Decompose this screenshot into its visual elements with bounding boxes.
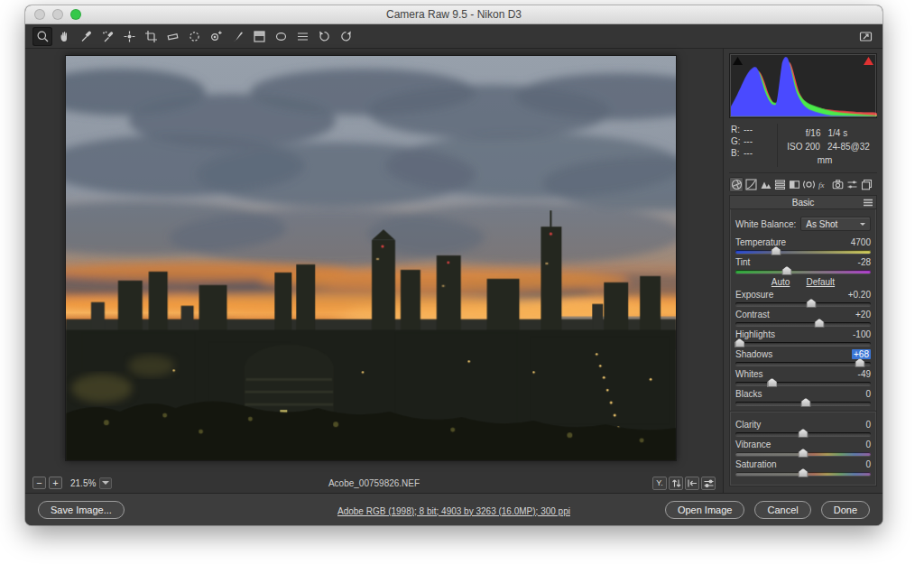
panel-menu-icon[interactable] bbox=[864, 199, 873, 208]
shadow-clipping-warning-icon[interactable] bbox=[732, 56, 744, 66]
histogram bbox=[729, 53, 877, 118]
crop-tool-icon[interactable] bbox=[141, 27, 161, 46]
slider-value[interactable]: -100 bbox=[853, 329, 871, 339]
open-image-button[interactable]: Open Image bbox=[665, 501, 745, 519]
bottom-bar: Save Image... Adobe RGB (1998); 8 bit; 4… bbox=[25, 493, 882, 525]
slider-value[interactable]: +0.20 bbox=[848, 290, 871, 300]
slider-group-divider bbox=[730, 411, 876, 412]
slider-label: Whites bbox=[735, 369, 763, 379]
exposure-readout: f/161/4 s ISO 20024-85@32 mm bbox=[778, 124, 875, 167]
copy-settings-button[interactable] bbox=[685, 477, 699, 490]
histogram-plot bbox=[731, 55, 877, 116]
tab-hsl-grayscale[interactable] bbox=[772, 177, 787, 192]
slider-track[interactable] bbox=[735, 322, 871, 326]
graduated-filter-tool-icon[interactable] bbox=[249, 27, 269, 46]
slider-clarity: Clarity 0 bbox=[735, 419, 871, 436]
panel-tabs: fx bbox=[729, 177, 877, 192]
cancel-button[interactable]: Cancel bbox=[754, 501, 810, 519]
slider-track[interactable] bbox=[735, 250, 871, 254]
slider-track[interactable] bbox=[735, 342, 871, 346]
slider-whites: Whites -49 bbox=[735, 368, 871, 385]
slider-track[interactable] bbox=[735, 452, 871, 456]
tab-basic[interactable] bbox=[729, 177, 744, 192]
slider-value[interactable]: 0 bbox=[865, 440, 871, 449]
slider-tint: Tint -28 bbox=[735, 256, 871, 273]
tab-tone-curve[interactable] bbox=[744, 177, 758, 192]
straighten-tool-icon[interactable] bbox=[162, 27, 182, 46]
adjustment-brush-tool-icon[interactable] bbox=[227, 27, 247, 46]
window-title: Camera Raw 9.5 - Nikon D3 bbox=[25, 8, 882, 21]
slider-track[interactable] bbox=[735, 472, 871, 476]
tab-split-toning[interactable] bbox=[787, 177, 801, 192]
camera-raw-window: Camera Raw 9.5 - Nikon D3 bbox=[25, 5, 882, 525]
slider-saturation: Saturation 0 bbox=[735, 458, 871, 476]
slider-label: Exposure bbox=[735, 290, 773, 300]
slider-shadows: Shadows +68 bbox=[735, 348, 871, 366]
slider-exposure: Exposure +0.20 bbox=[735, 289, 871, 306]
hand-tool-icon[interactable] bbox=[54, 27, 74, 46]
slider-track[interactable] bbox=[735, 302, 871, 306]
titlebar: Camera Raw 9.5 - Nikon D3 bbox=[25, 5, 882, 24]
slider-value[interactable]: +68 bbox=[852, 349, 871, 359]
image-canvas[interactable] bbox=[25, 49, 723, 473]
zoom-tool-icon[interactable] bbox=[32, 27, 52, 46]
tab-snapshots[interactable] bbox=[859, 177, 873, 192]
slider-track[interactable] bbox=[735, 402, 871, 405]
tab-detail[interactable] bbox=[758, 177, 772, 192]
color-sampler-tool-icon[interactable] bbox=[97, 27, 117, 46]
red-eye-tool-icon[interactable] bbox=[206, 27, 226, 46]
slider-label: Temperature bbox=[735, 237, 786, 247]
rotate-right-tool-icon[interactable] bbox=[336, 27, 356, 46]
slider-track[interactable] bbox=[735, 382, 871, 385]
photo-preview[interactable] bbox=[65, 55, 677, 461]
rotate-left-tool-icon[interactable] bbox=[314, 27, 334, 46]
save-image-button[interactable]: Save Image... bbox=[38, 501, 125, 519]
preview-mode-y-button[interactable]: Y. bbox=[652, 477, 667, 490]
exif-readout: R:--- G:--- B:--- f/161/4 s ISO 20024-85… bbox=[729, 118, 877, 173]
white-balance-tool-icon[interactable] bbox=[76, 27, 96, 46]
preview-preferences-button[interactable] bbox=[701, 477, 716, 490]
tab-presets[interactable] bbox=[845, 177, 859, 192]
slider-value[interactable]: 0 bbox=[865, 389, 871, 399]
fullscreen-toggle-icon[interactable] bbox=[855, 27, 875, 46]
slider-value[interactable]: 4700 bbox=[851, 237, 871, 247]
slider-label: Clarity bbox=[735, 420, 761, 430]
swap-before-after-button[interactable] bbox=[669, 477, 683, 490]
slider-highlights: Highlights -100 bbox=[735, 329, 871, 346]
slider-label: Contrast bbox=[735, 310, 770, 319]
spot-removal-tool-icon[interactable] bbox=[184, 27, 204, 46]
tab-effects[interactable]: fx bbox=[816, 177, 830, 192]
toolbar bbox=[25, 24, 882, 49]
slider-value[interactable]: 0 bbox=[865, 459, 871, 469]
slider-value[interactable]: 0 bbox=[865, 420, 871, 430]
chevron-down-icon bbox=[860, 223, 865, 228]
slider-label: Blacks bbox=[735, 389, 762, 399]
slider-value[interactable]: -28 bbox=[858, 257, 871, 267]
targeted-adjustment-tool-icon[interactable] bbox=[119, 27, 139, 46]
filename-label: Acobe_00759826.NEF bbox=[25, 478, 723, 488]
highlight-clipping-warning-icon[interactable] bbox=[863, 56, 874, 66]
white-balance-label: White Balance: bbox=[735, 219, 796, 229]
slider-label: Vibrance bbox=[735, 440, 771, 449]
preferences-tool-icon[interactable] bbox=[292, 27, 312, 46]
tab-camera-calibration[interactable] bbox=[830, 177, 845, 192]
white-balance-select[interactable]: As Shot bbox=[800, 217, 871, 231]
rgb-readout: R:--- G:--- B:--- bbox=[731, 124, 778, 167]
slider-vibrance: Vibrance 0 bbox=[735, 439, 871, 456]
slider-value[interactable]: -49 bbox=[858, 369, 871, 379]
tab-lens-corrections[interactable] bbox=[801, 177, 816, 192]
done-button[interactable]: Done bbox=[821, 501, 870, 519]
slider-value[interactable]: +20 bbox=[855, 310, 871, 319]
slider-track[interactable] bbox=[735, 270, 871, 273]
slider-blacks: Blacks 0 bbox=[735, 388, 871, 405]
auto-link[interactable]: Auto bbox=[772, 277, 790, 287]
radial-filter-tool-icon[interactable] bbox=[271, 27, 291, 46]
slider-label: Highlights bbox=[735, 329, 775, 339]
slider-contrast: Contrast +20 bbox=[735, 309, 871, 326]
workflow-options-link[interactable]: Adobe RGB (1998); 8 bit; 4903 by 3263 (1… bbox=[337, 506, 570, 516]
slider-label: Tint bbox=[735, 257, 750, 267]
slider-track[interactable] bbox=[735, 362, 871, 366]
slider-track[interactable] bbox=[735, 432, 871, 436]
slider-label: Saturation bbox=[735, 459, 777, 469]
default-link[interactable]: Default bbox=[806, 277, 835, 287]
